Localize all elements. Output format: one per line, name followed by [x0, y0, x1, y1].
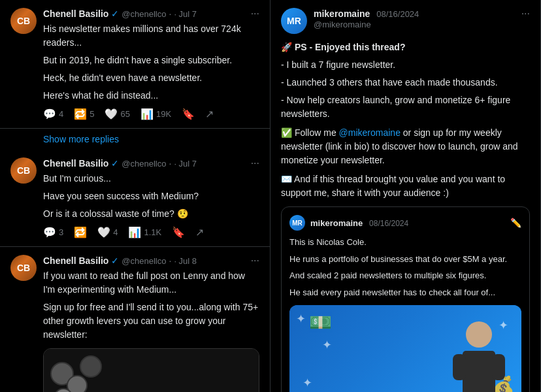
- tweet-line-1-2: Heck, he didn't even have a newsletter.: [43, 71, 259, 85]
- retweet-action-2[interactable]: 🔁: [74, 226, 87, 238]
- avatar-image-2: CB: [10, 157, 37, 184]
- tweet-2: CB Chenell Basilio ✓ @chenellco · · Jul …: [0, 150, 270, 247]
- tweet-header-left-1: Chenell Basilio ✓ @chenellco · · Jul 7: [43, 8, 197, 19]
- retweet-count-1: 5: [90, 109, 94, 119]
- right-line-3: - Now help creators launch, grow and mon…: [281, 93, 530, 121]
- svg-point-0: [466, 321, 492, 348]
- nested-edit-icon: ✏️: [510, 218, 521, 228]
- comment-count-1: 4: [59, 109, 63, 119]
- tweet-actions-1: 💬 4 🔁 5 🤍 65 📊 19K 🔖: [43, 108, 259, 120]
- verified-badge-3: ✓: [111, 255, 119, 266]
- views-icon-2: 📊: [128, 226, 141, 238]
- avatar-3: CB: [10, 255, 37, 392]
- like-action-1[interactable]: 🤍 65: [105, 108, 129, 120]
- star-dec-1: ✦: [296, 312, 306, 326]
- tweet-text-3: If you want to read the full post on Len…: [43, 269, 259, 342]
- nested-author-info: mikeromaine 08/16/2024: [310, 218, 408, 228]
- views-action-1[interactable]: 📊 19K: [140, 108, 171, 120]
- right-tweet-header-info: mikeromaine 08/16/2024 ··· @mikeromaine: [314, 8, 530, 29]
- preview-content: ✦ ✦ ✦ ✦ ✦ 💵 💰: [289, 305, 521, 392]
- author-handle-2: @chenellco: [122, 159, 166, 169]
- nested-date: 08/16/2024: [369, 219, 408, 228]
- dot-sep-2: ·: [169, 158, 171, 169]
- media-card[interactable]: Unlock the Growth Strategies of Top Crea…: [43, 348, 259, 392]
- tweet-body-3: Chenell Basilio ✓ @chenellco · · Jul 8 ·…: [43, 255, 259, 392]
- tweet-text-1: His newsletter makes millions and has ov…: [43, 22, 259, 103]
- dot-sep-3: ·: [169, 255, 171, 266]
- tweet-date-3: · Jul 8: [174, 256, 197, 266]
- author-name-2: Chenell Basilio: [43, 158, 108, 169]
- right-panel: MR mikeromaine 08/16/2024 ··· @mikeromai…: [270, 0, 541, 392]
- tweet-date-2: · Jul 7: [174, 159, 197, 169]
- comment-action-2[interactable]: 💬 3: [43, 226, 63, 238]
- left-panel: CB Chenell Basilio ✓ @chenellco · · Jul …: [0, 0, 270, 392]
- svg-rect-2: [453, 354, 466, 380]
- dot-sep-1: ·: [169, 8, 171, 19]
- retweet-action-1[interactable]: 🔁 5: [74, 108, 94, 120]
- right-tweet-date: 08/16/2024: [376, 9, 419, 19]
- right-line-0: 🚀 PS - Enjoyed this thread?: [281, 41, 530, 54]
- tweet-line-3-1: Sign up for free and I'll send it to you…: [43, 301, 259, 342]
- bookmark-icon-2: 🔖: [172, 226, 185, 238]
- like-count-2: 4: [113, 227, 118, 237]
- views-action-2[interactable]: 📊 1.1K: [128, 226, 161, 238]
- avatar-2: CB: [10, 157, 37, 238]
- nested-tweet-text: This is Nicolas Cole. He runs a portfoli…: [289, 236, 521, 299]
- bookmark-action-1[interactable]: 🔖: [182, 108, 195, 120]
- tweet-header-left-2: Chenell Basilio ✓ @chenellco · · Jul 7: [43, 158, 197, 169]
- bookmark-action-2[interactable]: 🔖: [172, 226, 185, 238]
- right-author-name: mikeromaine: [314, 8, 370, 19]
- comment-icon-1: 💬: [43, 108, 56, 120]
- tweet-line-2-1: Have you seen success with Medium?: [43, 189, 259, 203]
- more-options-2[interactable]: ···: [251, 157, 259, 169]
- right-line-4: ✅ Follow me @mikeromaine or sign up for …: [281, 126, 530, 167]
- right-more-options[interactable]: ···: [521, 8, 530, 20]
- right-author-info: mikeromaine 08/16/2024: [314, 8, 419, 19]
- author-handle-1: @chenellco: [122, 9, 166, 19]
- tweet-header-1: Chenell Basilio ✓ @chenellco · · Jul 7 ·…: [43, 8, 259, 20]
- author-handle-3: @chenellco: [122, 256, 166, 266]
- verified-badge-1: ✓: [111, 8, 119, 19]
- tweet-line-3-0: If you want to read the full post on Len…: [43, 269, 259, 297]
- author-name-1: Chenell Basilio: [43, 8, 108, 19]
- right-header-row: mikeromaine 08/16/2024 ···: [314, 8, 530, 20]
- right-avatar: MR: [281, 8, 307, 34]
- right-main-tweet: MR mikeromaine 08/16/2024 ··· @mikeromai…: [270, 0, 540, 392]
- nested-tweet: MR mikeromaine 08/16/2024 ✏️ This is Nic…: [281, 206, 530, 392]
- heart-icon-1: 🤍: [105, 108, 118, 120]
- share-action-2[interactable]: ↗: [195, 226, 204, 238]
- media-card-image: Unlock the Growth Strategies of Top Crea…: [44, 349, 259, 392]
- nested-avatar: MR: [289, 215, 305, 231]
- right-mention-link[interactable]: @mikeromaine: [339, 127, 401, 138]
- views-count-2: 1.1K: [144, 227, 161, 237]
- right-line-2: - Launched 3 others that have each made …: [281, 76, 530, 90]
- person-silhouette: [450, 318, 508, 392]
- views-count-1: 19K: [156, 109, 171, 119]
- show-more-replies[interactable]: Show more replies: [0, 129, 270, 150]
- like-count-1: 65: [120, 109, 129, 119]
- comment-action-1[interactable]: 💬 4: [43, 108, 63, 120]
- tweet-line-1-1: But in 2019, he didn't have a single sub…: [43, 54, 259, 67]
- heart-icon-2: 🤍: [97, 226, 110, 238]
- bookmark-icon-1: 🔖: [182, 108, 195, 120]
- tweet-1: CB Chenell Basilio ✓ @chenellco · · Jul …: [0, 0, 270, 129]
- share-action-1[interactable]: ↗: [205, 108, 214, 120]
- star-dec-3: ✦: [303, 376, 312, 390]
- tweet-text-2: But I'm curious... Have you seen success…: [43, 172, 259, 221]
- share-icon-2: ↗: [195, 226, 204, 238]
- share-icon-1: ↗: [205, 108, 214, 120]
- tweet-body-1: Chenell Basilio ✓ @chenellco · · Jul 7 ·…: [43, 8, 259, 120]
- nested-preview-image: ✦ ✦ ✦ ✦ ✦ 💵 💰: [289, 305, 521, 392]
- svg-rect-3: [492, 354, 505, 380]
- like-action-2[interactable]: 🤍 4: [97, 226, 118, 238]
- views-icon-1: 📊: [140, 108, 154, 120]
- money-dec-1: 💵: [309, 312, 332, 333]
- avatar-1: CB: [10, 8, 37, 120]
- tweet-date-1: · Jul 7: [174, 9, 197, 19]
- star-dec-4: ✦: [322, 338, 332, 352]
- verified-badge-2: ✓: [111, 158, 119, 169]
- tweet-body-2: Chenell Basilio ✓ @chenellco · · Jul 7 ·…: [43, 157, 259, 238]
- more-options-3[interactable]: ···: [251, 255, 259, 267]
- right-tweet-header-row: MR mikeromaine 08/16/2024 ··· @mikeromai…: [281, 8, 530, 34]
- more-options-1[interactable]: ···: [251, 8, 259, 20]
